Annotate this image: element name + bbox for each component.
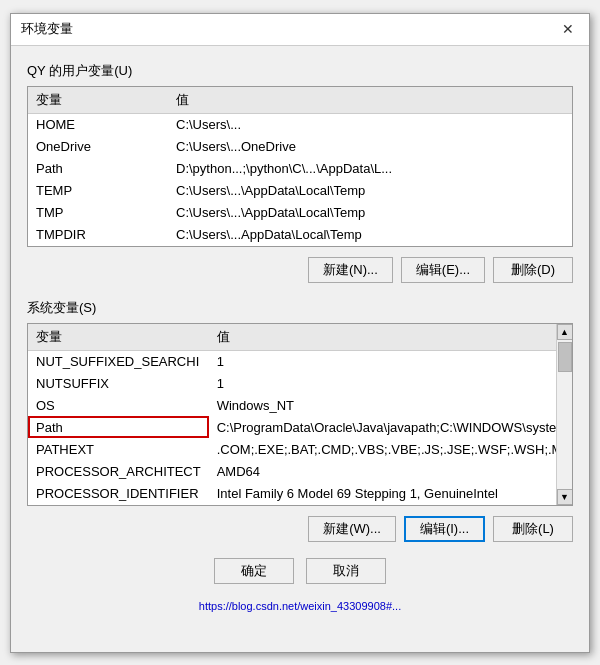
ok-button[interactable]: 确定 bbox=[214, 558, 294, 584]
system-var-name: PROCESSOR_IDENTIFIER bbox=[28, 482, 209, 504]
user-table-row[interactable]: HOMEC:\Users\... bbox=[28, 113, 572, 135]
system-var-name: PATHEXT bbox=[28, 438, 209, 460]
user-var-name: TMPDIR bbox=[28, 223, 168, 245]
system-table-row[interactable]: PROCESSOR_ARCHITECTAMD64 bbox=[28, 460, 556, 482]
cancel-button[interactable]: 取消 bbox=[306, 558, 386, 584]
user-var-value: C:\Users\...\AppData\Local\Temp bbox=[168, 201, 572, 223]
scrollbar-thumb[interactable] bbox=[558, 342, 572, 372]
system-var-name: OS bbox=[28, 394, 209, 416]
user-delete-button[interactable]: 删除(D) bbox=[493, 257, 573, 283]
user-var-value: C:\Users\... bbox=[168, 113, 572, 135]
user-table-row[interactable]: TEMPC:\Users\...\AppData\Local\Temp bbox=[28, 179, 572, 201]
system-var-value: 1 bbox=[209, 372, 556, 394]
user-var-value: C:\Users\...AppData\Local\Temp bbox=[168, 223, 572, 245]
user-table-scroll-wrapper: 变量 值 HOMEC:\Users\...OneDriveC:\Users\..… bbox=[28, 87, 572, 246]
system-table-row[interactable]: NUT_SUFFIXED_SEARCHI1 bbox=[28, 350, 556, 372]
title-bar: 环境变量 ✕ bbox=[11, 14, 589, 46]
system-scrollbar[interactable]: ▲ ▼ bbox=[556, 324, 572, 505]
user-var-name: TEMP bbox=[28, 179, 168, 201]
user-table-scroll-area: 变量 值 HOMEC:\Users\...OneDriveC:\Users\..… bbox=[28, 87, 572, 246]
scrollbar-up-arrow[interactable]: ▲ bbox=[557, 324, 573, 340]
url-bar: https://blog.csdn.net/weixin_43309908#..… bbox=[27, 600, 573, 616]
user-table-row[interactable]: TMPC:\Users\...\AppData\Local\Temp bbox=[28, 201, 572, 223]
system-var-value: Windows_NT bbox=[209, 394, 556, 416]
system-var-name: PROCESSOR_ARCHITECT bbox=[28, 460, 209, 482]
system-variables-table-container: 变量 值 NUT_SUFFIXED_SEARCHI1NUTSUFFIX1OSWi… bbox=[27, 323, 573, 506]
environment-variables-dialog: 环境变量 ✕ QY 的用户变量(U) 变量 值 HOMEC:\Us bbox=[10, 13, 590, 653]
user-var-value: C:\Users\...OneDrive bbox=[168, 135, 572, 157]
scrollbar-down-arrow[interactable]: ▼ bbox=[557, 489, 573, 505]
system-table-row[interactable]: NUTSUFFIX1 bbox=[28, 372, 556, 394]
dialog-title: 环境变量 bbox=[21, 20, 73, 38]
system-table-row[interactable]: OSWindows_NT bbox=[28, 394, 556, 416]
system-table-row[interactable]: PATHEXT.COM;.EXE;.BAT;.CMD;.VBS;.VBE;.JS… bbox=[28, 438, 556, 460]
system-table-header-row: 变量 值 bbox=[28, 324, 556, 351]
user-variables-table-container: 变量 值 HOMEC:\Users\...OneDriveC:\Users\..… bbox=[27, 86, 573, 247]
system-col-header-name: 变量 bbox=[28, 324, 209, 351]
system-var-value: 1 bbox=[209, 350, 556, 372]
dialog-body: QY 的用户变量(U) 变量 值 HOMEC:\Users\...OneDriv… bbox=[11, 46, 589, 628]
system-new-button[interactable]: 新建(W)... bbox=[308, 516, 396, 542]
user-var-name: TMP bbox=[28, 201, 168, 223]
system-edit-button[interactable]: 编辑(I)... bbox=[404, 516, 485, 542]
system-var-name: NUTSUFFIX bbox=[28, 372, 209, 394]
user-var-name: Path bbox=[28, 157, 168, 179]
user-table-row[interactable]: TMPDIRC:\Users\...AppData\Local\Temp bbox=[28, 223, 572, 245]
user-edit-button[interactable]: 编辑(E)... bbox=[401, 257, 485, 283]
user-new-button[interactable]: 新建(N)... bbox=[308, 257, 393, 283]
system-table-scroll-wrapper: 变量 值 NUT_SUFFIXED_SEARCHI1NUTSUFFIX1OSWi… bbox=[28, 324, 572, 505]
close-button[interactable]: ✕ bbox=[557, 18, 579, 40]
system-table-row[interactable]: PROCESSOR_IDENTIFIERIntel Family 6 Model… bbox=[28, 482, 556, 504]
system-var-value: Intel Family 6 Model 69 Stepping 1, Genu… bbox=[209, 482, 556, 504]
system-table-row[interactable]: PathC:\ProgramData\Oracle\Java\javapath;… bbox=[28, 416, 556, 438]
system-var-value: AMD64 bbox=[209, 460, 556, 482]
system-delete-button[interactable]: 删除(L) bbox=[493, 516, 573, 542]
user-table-header-row: 变量 值 bbox=[28, 87, 572, 114]
system-section-label: 系统变量(S) bbox=[27, 299, 573, 317]
user-var-name: OneDrive bbox=[28, 135, 168, 157]
system-var-value: .COM;.EXE;.BAT;.CMD;.VBS;.VBE;.JS;.JSE;.… bbox=[209, 438, 556, 460]
user-var-value: D:\python...;\python\C\...\AppData\L... bbox=[168, 157, 572, 179]
system-col-header-value: 值 bbox=[209, 324, 556, 351]
user-var-name: HOME bbox=[28, 113, 168, 135]
user-var-value: C:\Users\...\AppData\Local\Temp bbox=[168, 179, 572, 201]
system-variables-table: 变量 值 NUT_SUFFIXED_SEARCHI1NUTSUFFIX1OSWi… bbox=[28, 324, 556, 505]
user-col-header-name: 变量 bbox=[28, 87, 168, 114]
system-var-name: Path bbox=[28, 416, 209, 438]
user-col-header-value: 值 bbox=[168, 87, 572, 114]
user-section-label: QY 的用户变量(U) bbox=[27, 62, 573, 80]
user-table-row[interactable]: PathD:\python...;\python\C\...\AppData\L… bbox=[28, 157, 572, 179]
system-var-value: C:\ProgramData\Oracle\Java\javapath;C:\W… bbox=[209, 416, 556, 438]
system-var-name: NUT_SUFFIXED_SEARCHI bbox=[28, 350, 209, 372]
user-button-row: 新建(N)... 编辑(E)... 删除(D) bbox=[27, 257, 573, 283]
user-variables-table: 变量 值 HOMEC:\Users\...OneDriveC:\Users\..… bbox=[28, 87, 572, 246]
user-table-row[interactable]: OneDriveC:\Users\...OneDrive bbox=[28, 135, 572, 157]
system-button-row: 新建(W)... 编辑(I)... 删除(L) bbox=[27, 516, 573, 542]
bottom-button-row: 确定 取消 bbox=[27, 558, 573, 600]
system-table-scroll-area: 变量 值 NUT_SUFFIXED_SEARCHI1NUTSUFFIX1OSWi… bbox=[28, 324, 556, 505]
